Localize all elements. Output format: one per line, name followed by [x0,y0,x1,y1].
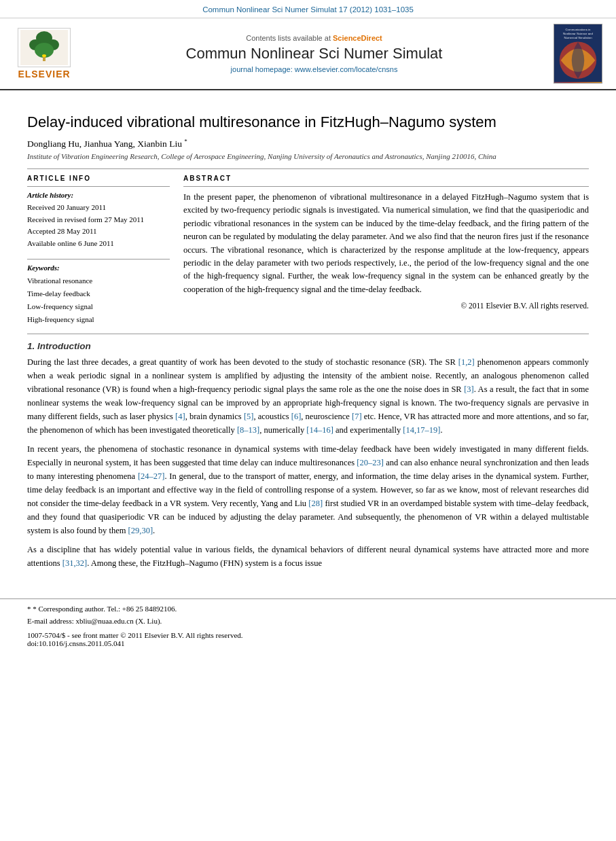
top-journal-bar: Commun Nonlinear Sci Numer Simulat 17 (2… [0,0,616,18]
keyword-3: Low-frequency signal [27,300,170,313]
divider-top [27,168,589,169]
email-footnote: E-mail address: xbliu@nuaa.edu.cn (X. Li… [27,615,589,628]
ref-7[interactable]: [7] [352,412,362,421]
article-history-label: Article history: [27,191,170,199]
journal-cover-image: Communications in Nonlinear Science and … [554,24,602,84]
ref-31-32[interactable]: [31,32] [62,558,87,568]
corresponding-footnote: * * Corresponding author. Tel.: +86 25 8… [27,603,589,615]
abstract-block: In the present paper, the phenomenon of … [183,186,589,310]
abstract-text: In the present paper, the phenomenon of … [183,191,589,296]
elsevier-logo-box [18,28,71,67]
ref-20-23[interactable]: [20–23] [357,458,384,467]
journal-cover-svg: Communications in Nonlinear Science and … [554,24,602,83]
ref-14-17-19[interactable]: [14,17–19] [403,425,440,435]
affiliation-line: Institute of Vibration Engineering Resea… [27,152,589,160]
keywords-label: Keywords: [27,264,170,272]
footer-section: * * Corresponding author. Tel.: +86 25 8… [0,598,616,654]
svg-text:Numerical Simulation: Numerical Simulation [564,36,592,39]
article-info-section-label: ARTICLE INFO [27,175,170,182]
ref-8-13[interactable]: [8–13] [237,425,259,435]
section1-heading: 1. Introduction [27,341,589,351]
article-info-block: Article history: Received 20 January 201… [27,186,170,249]
elsevier-brand-text: ELSEVIER [18,69,70,79]
corresponding-star: * [27,605,33,613]
keyword-1: Vibrational resonance [27,274,170,287]
ref-6[interactable]: [6] [291,412,302,421]
ref-5[interactable]: [5] [244,412,254,421]
journal-title-header: Commun Nonlinear Sci Numer Simulat [81,45,547,62]
authors-line: Dongliang Hu, Jianhua Yang, Xianbin Liu … [27,138,589,150]
accepted-date: Accepted 28 May 2011 [27,226,170,238]
body-paragraph-2: In recent years, the phenomena of stocha… [27,442,589,537]
header-section: ELSEVIER Contents lists available at Sci… [0,18,616,90]
ref-28[interactable]: [28] [308,499,323,508]
main-content-area: Delay-induced vibrational multiresonance… [0,90,616,589]
available-date: Available online 6 June 2011 [27,238,170,250]
elsevier-logo-area: ELSEVIER [14,28,75,79]
svg-text:Nonlinear Science and: Nonlinear Science and [563,32,593,35]
body-section: 1. Introduction During the last three de… [27,341,589,570]
ref-29-30[interactable]: [29,30] [128,526,153,535]
keyword-4: High-frequency signal [27,313,170,326]
keywords-list: Vibrational resonance Time-delay feedbac… [27,274,170,325]
body-paragraph-3: As a discipline that has widely potentia… [27,543,589,570]
sciencedirect-link[interactable]: ScienceDirect [333,34,382,42]
abstract-column: ABSTRACT In the present paper, the pheno… [183,175,589,325]
revised-date: Received in revised form 27 May 2011 [27,214,170,226]
abstract-section-label: ABSTRACT [183,175,589,182]
divider-middle [27,334,589,334]
doi-line: doi:10.1016/j.cnsns.2011.05.041 [27,639,589,647]
journal-homepage-link[interactable]: journal homepage: www.elsevier.com/locat… [231,65,398,73]
contents-label: Contents lists available at ScienceDirec… [81,34,547,42]
svg-text:Communications in: Communications in [565,28,591,31]
elsevier-tree-icon [20,30,68,65]
ref-3[interactable]: [3] [464,384,474,394]
keyword-2: Time-delay feedback [27,287,170,300]
received-date: Received 20 January 2011 [27,202,170,214]
issn-line: 1007-5704/$ - see front matter © 2011 El… [27,631,589,639]
ref-4[interactable]: [4] [175,412,185,421]
body-paragraph-1: During the last three decades, a great q… [27,355,589,437]
ref-1-2[interactable]: [1,2] [458,357,475,367]
journal-center-header: Contents lists available at ScienceDirec… [81,34,547,73]
two-column-section: ARTICLE INFO Article history: Received 2… [27,175,589,325]
ref-14-16[interactable]: [14–16] [306,425,333,435]
keywords-block: Keywords: Vibrational resonance Time-del… [27,259,170,325]
ref-24-27[interactable]: [24–27] [138,471,165,481]
journal-homepage-line: journal homepage: www.elsevier.com/locat… [81,65,547,73]
article-info-column: ARTICLE INFO Article history: Received 2… [27,175,170,325]
journal-ref-link[interactable]: Commun Nonlinear Sci Numer Simulat 17 (2… [202,5,414,14]
svg-point-7 [42,54,46,57]
paper-title: Delay-induced vibrational multiresonance… [27,113,589,132]
copyright-line: © 2011 Elsevier B.V. All rights reserved… [183,302,589,310]
author-names: Dongliang Hu, Jianhua Yang, Xianbin Liu … [27,139,187,149]
article-dates: Received 20 January 2011 Received in rev… [27,202,170,249]
